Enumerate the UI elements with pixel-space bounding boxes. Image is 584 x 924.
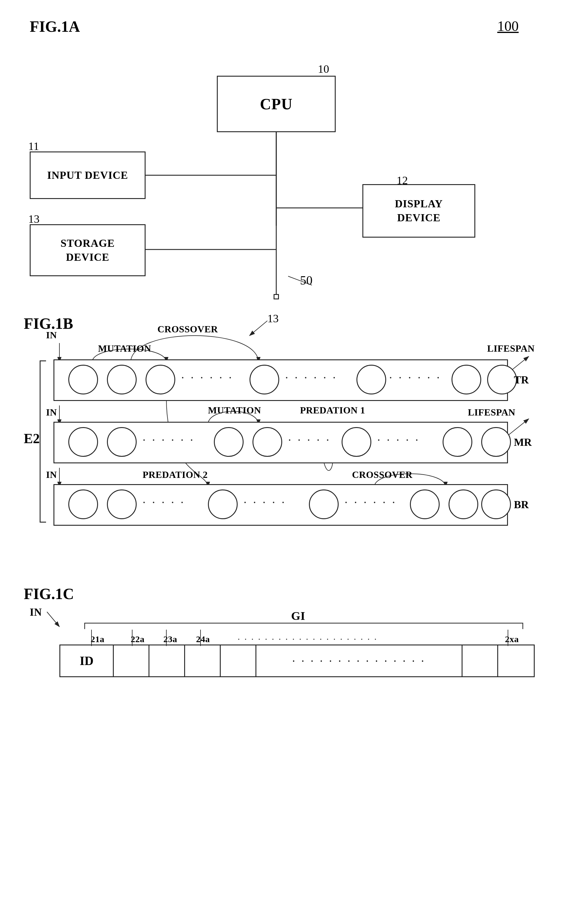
- storage-device-box: STORAGEDEVICE: [30, 224, 145, 276]
- fig1a-label: FIG.1A: [30, 18, 80, 35]
- br-circle-2: [107, 490, 137, 519]
- mr-circle-2: [107, 427, 137, 457]
- fig1b-ref: 13: [267, 312, 279, 325]
- mr-circle-6: [442, 427, 472, 457]
- e2-label: E2: [24, 431, 40, 446]
- mr-label: MR: [514, 436, 532, 449]
- bus-ref: 50: [300, 273, 312, 287]
- tr-circle-1: [68, 365, 98, 394]
- in-fig1c-label: IN: [30, 606, 42, 619]
- gene-cell-1: [114, 645, 149, 676]
- mr-circle-5: [341, 427, 371, 457]
- gi-label: GI: [291, 609, 305, 623]
- mr-circle-3: [214, 427, 244, 457]
- cpu-ref: 10: [318, 63, 329, 76]
- storage-device-ref: 13: [28, 212, 40, 225]
- mr-dots-3: · · · · ·: [377, 433, 420, 447]
- tr-circle-2: [107, 365, 137, 394]
- tr-dots-2: · · · · · ·: [285, 371, 337, 384]
- crossover-br-label: CROSSOVER: [352, 469, 412, 480]
- svg-line-14: [249, 321, 267, 336]
- mr-dots-2: · · · · ·: [288, 433, 331, 447]
- gene-label-23a: 23a: [163, 634, 177, 644]
- gene-label-22a: 22a: [131, 634, 145, 644]
- crossover-tr-label: CROSSOVER: [157, 324, 218, 335]
- br-circle-1: [68, 490, 98, 519]
- gene-cell-last-1: [462, 645, 498, 676]
- gene-dots-cell: · · · · · · · · · · · · · · ·: [256, 645, 462, 676]
- br-circle-7: [481, 490, 511, 519]
- gene-table-row: ID · · · · · · · · · · · · · · ·: [59, 645, 535, 677]
- cpu-box: CPU: [217, 76, 336, 132]
- display-device-box: DISPLAYDEVICE: [362, 184, 475, 238]
- mr-circle-1: [68, 427, 98, 457]
- gene-cell-2: [149, 645, 185, 676]
- br-circle-3: [208, 490, 238, 519]
- mutation-mr-label: MUTATION: [208, 405, 261, 416]
- br-label: BR: [514, 498, 529, 511]
- gene-label-dots: · · · · · · · · · · · · · · · · · · · · …: [238, 634, 378, 644]
- tr-circle-3: [145, 365, 175, 394]
- in-tr-label: IN: [46, 330, 57, 341]
- fig1a-ref-number: 100: [497, 18, 519, 34]
- lifespan-mr-label: LIFESPAN: [468, 407, 515, 418]
- input-device-box: INPUT DEVICE: [30, 152, 145, 199]
- gene-label-21a: 21a: [91, 634, 105, 644]
- br-circle-5: [410, 490, 440, 519]
- br-dots-3: · · · · · ·: [345, 495, 397, 509]
- gene-label-24a: 24a: [196, 634, 210, 644]
- page: FIG.1A 100: [0, 0, 584, 924]
- in-mr-label: IN: [46, 407, 57, 418]
- tr-circle-6: [452, 365, 481, 394]
- input-device-ref: 11: [28, 140, 39, 153]
- br-dots-1: · · · · ·: [143, 495, 185, 509]
- mr-dots-1: · · · · · ·: [143, 433, 195, 447]
- tr-circle-4: [249, 365, 279, 394]
- mr-circle-7: [481, 427, 511, 457]
- predation2-label: PREDATION 2: [143, 469, 208, 480]
- br-dots-2: · · · · ·: [244, 495, 286, 509]
- bus-connector: [274, 294, 279, 299]
- gene-cell-last-2: [498, 645, 534, 676]
- predation1-label: PREDATION 1: [300, 405, 365, 416]
- gene-cell-4: [221, 645, 256, 676]
- br-circle-4: [309, 490, 339, 519]
- mr-circle-4: [252, 427, 282, 457]
- in-br-label: IN: [46, 469, 57, 480]
- tr-dots-3: · · · · · ·: [389, 371, 441, 384]
- tr-label: TR: [514, 374, 529, 386]
- gene-label-2xa: 2xa: [505, 634, 519, 644]
- br-circle-6: [449, 490, 478, 519]
- display-device-ref: 12: [397, 174, 408, 187]
- tr-dots-1: · · · · · ·: [181, 371, 233, 384]
- fig1c-label: FIG.1C: [24, 585, 74, 603]
- tr-circle-7: [487, 365, 517, 394]
- svg-line-15: [47, 612, 59, 627]
- id-cell: ID: [60, 645, 114, 676]
- tr-circle-5: [356, 365, 386, 394]
- gene-cell-3: [185, 645, 221, 676]
- lifespan-tr-label: LIFESPAN: [487, 343, 535, 354]
- mutation-tr-label: MUTATION: [98, 343, 151, 354]
